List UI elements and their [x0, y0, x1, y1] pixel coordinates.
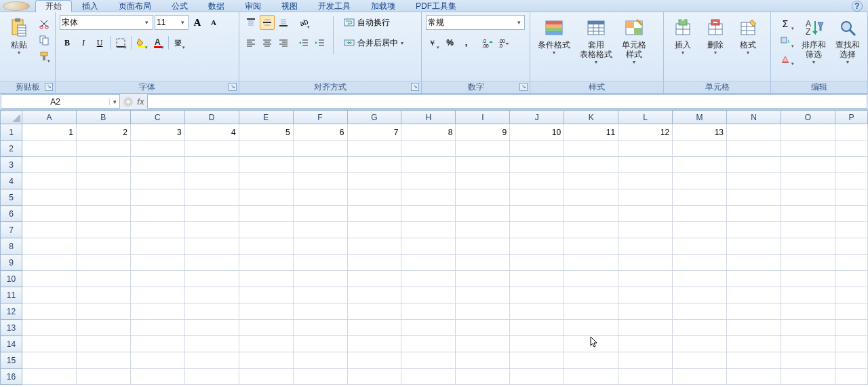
- cell-B14[interactable]: [76, 336, 130, 352]
- cell-N16[interactable]: [727, 369, 781, 385]
- cell-P4[interactable]: [835, 173, 867, 189]
- cell-E11[interactable]: [239, 287, 293, 303]
- cell-A7[interactable]: [22, 222, 76, 238]
- row-header-15[interactable]: 15: [1, 352, 22, 369]
- cell-A16[interactable]: [22, 369, 76, 385]
- cell-E7[interactable]: [239, 222, 293, 238]
- cell-E2[interactable]: [239, 141, 293, 157]
- cell-G13[interactable]: [347, 320, 401, 336]
- cell-O5[interactable]: [781, 189, 835, 206]
- cell-H16[interactable]: [401, 369, 456, 385]
- cell-M1[interactable]: 13: [673, 124, 727, 141]
- cell-F12[interactable]: [293, 303, 347, 320]
- fill-color-button[interactable]: [134, 35, 149, 50]
- cell-I5[interactable]: [456, 189, 510, 206]
- cell-O11[interactable]: [781, 287, 835, 303]
- cell-H5[interactable]: [401, 189, 456, 206]
- cell-G9[interactable]: [347, 255, 401, 271]
- cell-B3[interactable]: [76, 157, 130, 173]
- cell-B1[interactable]: 2: [76, 124, 130, 141]
- cell-L14[interactable]: [618, 336, 673, 352]
- cell-N2[interactable]: [727, 141, 781, 157]
- cell-H4[interactable]: [401, 173, 456, 189]
- col-header-A[interactable]: A: [22, 111, 76, 124]
- name-box[interactable]: ▾: [1, 94, 120, 109]
- row-header-11[interactable]: 11: [1, 287, 22, 303]
- cell-B13[interactable]: [76, 320, 130, 336]
- cell-I10[interactable]: [456, 271, 510, 287]
- cell-O8[interactable]: [781, 238, 835, 255]
- cell-E15[interactable]: [239, 352, 293, 369]
- cell-C2[interactable]: [130, 141, 184, 157]
- cell-M9[interactable]: [673, 255, 727, 271]
- cell-A9[interactable]: [22, 255, 76, 271]
- align-top-button[interactable]: [243, 15, 258, 30]
- cell-D5[interactable]: [184, 189, 239, 206]
- paste-button[interactable]: 粘贴 ▾: [4, 15, 34, 58]
- cell-L15[interactable]: [618, 352, 673, 369]
- alignment-launcher[interactable]: ↘: [411, 83, 419, 91]
- cell-K11[interactable]: [564, 287, 618, 303]
- align-bottom-button[interactable]: [276, 15, 291, 30]
- tab-formulas[interactable]: 公式: [161, 0, 198, 12]
- wrap-text-button[interactable]: 自动换行: [339, 15, 408, 30]
- cell-P6[interactable]: [835, 206, 867, 222]
- clear-button[interactable]: [775, 52, 795, 67]
- format-as-table-button[interactable]: 套用 表格格式 ▾: [576, 15, 616, 67]
- cell-O12[interactable]: [781, 303, 835, 320]
- cell-D3[interactable]: [184, 157, 239, 173]
- cell-L11[interactable]: [618, 287, 673, 303]
- cell-E14[interactable]: [239, 336, 293, 352]
- insert-cells-button[interactable]: 插入 ▾: [668, 15, 698, 58]
- border-button[interactable]: [113, 35, 128, 50]
- tab-review[interactable]: 审阅: [235, 0, 271, 12]
- cell-L10[interactable]: [618, 271, 673, 287]
- cell-O10[interactable]: [781, 271, 835, 287]
- cell-H1[interactable]: 8: [401, 124, 456, 141]
- cut-button[interactable]: [37, 16, 52, 31]
- cell-E12[interactable]: [239, 303, 293, 320]
- cell-J15[interactable]: [510, 352, 564, 369]
- row-header-7[interactable]: 7: [1, 222, 22, 238]
- cell-M4[interactable]: [673, 173, 727, 189]
- col-header-I[interactable]: I: [456, 111, 510, 124]
- cell-C8[interactable]: [130, 238, 184, 255]
- cell-E6[interactable]: [239, 206, 293, 222]
- row-header-14[interactable]: 14: [1, 336, 22, 352]
- cell-D6[interactable]: [184, 206, 239, 222]
- cell-P5[interactable]: [835, 189, 867, 206]
- number-format-input[interactable]: [428, 18, 514, 27]
- cell-M14[interactable]: [673, 336, 727, 352]
- cell-M3[interactable]: [673, 157, 727, 173]
- chevron-down-icon[interactable]: ▾: [515, 19, 524, 26]
- cell-J6[interactable]: [510, 206, 564, 222]
- cell-E1[interactable]: 5: [239, 124, 293, 141]
- cell-O14[interactable]: [781, 336, 835, 352]
- increase-font-button[interactable]: A: [190, 15, 205, 30]
- percent-button[interactable]: %: [442, 35, 457, 50]
- cell-M7[interactable]: [673, 222, 727, 238]
- cell-B4[interactable]: [76, 173, 130, 189]
- cell-E5[interactable]: [239, 189, 293, 206]
- cell-A10[interactable]: [22, 271, 76, 287]
- cell-I1[interactable]: 9: [456, 124, 510, 141]
- cell-B7[interactable]: [76, 222, 130, 238]
- cell-P12[interactable]: [835, 303, 867, 320]
- cell-L7[interactable]: [618, 222, 673, 238]
- cell-F15[interactable]: [293, 352, 347, 369]
- chevron-down-icon[interactable]: ▾: [179, 19, 186, 26]
- cell-O2[interactable]: [781, 141, 835, 157]
- cell-M16[interactable]: [673, 369, 727, 385]
- cell-K5[interactable]: [564, 189, 618, 206]
- cell-G16[interactable]: [347, 369, 401, 385]
- cell-F7[interactable]: [293, 222, 347, 238]
- cell-O15[interactable]: [781, 352, 835, 369]
- row-header-13[interactable]: 13: [1, 320, 22, 336]
- cell-B10[interactable]: [76, 271, 130, 287]
- cell-O13[interactable]: [781, 320, 835, 336]
- spreadsheet-grid[interactable]: ABCDEFGHIJKLMNOP112345678910111213234567…: [0, 110, 868, 387]
- cell-O1[interactable]: [781, 124, 835, 141]
- align-left-button[interactable]: [243, 35, 258, 50]
- cell-E4[interactable]: [239, 173, 293, 189]
- cell-E16[interactable]: [239, 369, 293, 385]
